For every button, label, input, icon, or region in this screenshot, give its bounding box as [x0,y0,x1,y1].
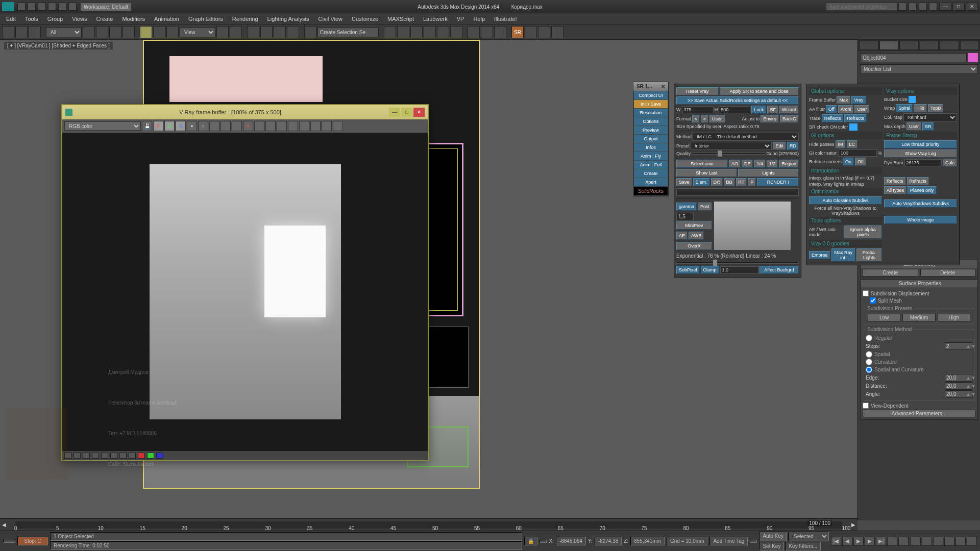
sr-affect-bg[interactable]: Affect Backgrd [760,266,799,274]
vfb-load-icon[interactable] [220,121,231,131]
vfb-track-icon[interactable] [265,121,276,131]
curve-editor-icon[interactable] [424,26,436,38]
sr-lc[interactable]: LC [847,140,858,148]
window-crossing-icon[interactable] [122,26,135,38]
rendered-frame-icon[interactable] [481,26,493,38]
sr-bucket-swatch[interactable] [909,96,916,103]
sr-options[interactable]: Options [634,117,668,126]
sr-interp-reflects[interactable]: Reflects [884,177,906,185]
vfb-history-icon[interactable] [322,121,332,131]
viewport-label[interactable]: [ + ] [VRayCam01 ] [Shaded + Edged Faces… [4,42,113,49]
manipulate-icon[interactable] [230,26,242,38]
named-selection-sets[interactable] [317,27,379,37]
sr-proba[interactable]: Proba. Lights [856,248,882,262]
sr-quality-slider[interactable] [692,153,765,155]
sr-spiral[interactable]: Spiral [896,104,913,112]
sr-awb[interactable]: AWB [689,232,704,240]
vfb-save-icon[interactable]: 💾 [142,121,152,131]
sr-sf[interactable]: SF [767,106,778,114]
sr-colmap-select[interactable]: Reinhard [903,113,957,121]
maximize-viewport-icon[interactable] [967,537,977,546]
render-setup-icon[interactable] [468,26,480,38]
menu-help[interactable]: Help [470,15,488,23]
sr-overx[interactable]: OverX [676,242,712,250]
utilities-tab-icon[interactable] [960,41,979,50]
menu-customize[interactable]: Customize [349,15,381,23]
vfb-alpha-icon[interactable]: ○ [198,121,208,131]
pan-icon[interactable] [911,537,921,546]
menu-laubwerk[interactable]: Laubwerk [420,15,451,23]
sr-trace-reflects[interactable]: Reflects [822,114,844,122]
menu-create[interactable]: Create [93,15,116,23]
bind-icon[interactable] [29,26,41,38]
view-dependent-checkbox[interactable] [863,403,869,409]
play-icon[interactable]: ▶ [853,537,864,546]
keyfilters-button[interactable]: Key Filters... [785,542,821,550]
sr-preset-edit[interactable]: Edit [773,142,786,150]
ref-coord-system[interactable]: View [180,27,215,37]
sr-format-prev[interactable]: < [692,115,700,123]
sr-save[interactable]: Save [676,178,692,186]
sr-elem[interactable]: Elem. [693,178,710,186]
sr-embree[interactable]: Embree [809,251,830,259]
sr-aa-off[interactable]: Off [826,105,837,113]
sr-ao[interactable]: AO [729,160,741,168]
menu-grapheditors[interactable]: Graph Editors [185,15,226,23]
sr-dr[interactable]: DR [711,178,723,186]
sr-output[interactable]: Output [634,135,668,143]
select-link-icon[interactable] [2,26,14,38]
sr-clamp[interactable]: Clamp [701,266,719,274]
menu-tools[interactable]: Tools [22,15,41,23]
menu-animation[interactable]: Animation [151,15,182,23]
layers-icon[interactable] [410,26,423,38]
new-icon[interactable] [17,3,26,11]
maxscript-listener-icon[interactable] [3,540,15,543]
sr-anim-fly[interactable]: Anim : Fly [634,152,668,160]
hierarchy-tab-icon[interactable] [899,41,919,50]
menu-lighting[interactable]: Lighting Analysis [264,15,312,23]
sr-render[interactable]: RENDER ! [757,178,799,186]
select-move-icon[interactable] [140,26,152,38]
sr-maxdepth-sr[interactable]: SR [922,122,934,131]
distance-input[interactable] [945,383,966,389]
sr-init-save[interactable]: Init / Save [634,100,668,108]
prev-frame-icon[interactable]: ◀ [842,537,852,546]
sr-12[interactable]: 1/2 [767,160,778,168]
sr-aa-archi[interactable]: Archi [838,105,854,113]
undo-icon[interactable] [48,3,56,11]
sr-ae[interactable]: AE [676,232,688,240]
preset-high[interactable]: High [938,314,970,321]
time-config-icon[interactable] [898,537,909,546]
sr-preset-rd[interactable]: RD [787,142,799,150]
menu-modifiers[interactable]: Modifiers [119,15,148,23]
percent-snap-icon[interactable] [274,26,286,38]
sr-fb-max[interactable]: Max [837,96,850,104]
sr-maxdepth-user[interactable]: User [906,122,921,131]
select-scale-icon[interactable] [166,26,179,38]
sr-create[interactable]: Create [634,169,668,178]
menu-illustrate[interactable]: Illustrate! [491,15,520,23]
sr-wizard[interactable]: Wizard [779,106,799,114]
vfb-blue-channel[interactable]: B [176,121,186,131]
help-icon[interactable] [929,3,937,11]
maximize-button[interactable]: □ [952,3,965,11]
sr-rt[interactable]: RT [736,178,747,186]
vfb-save2-icon[interactable] [209,121,219,131]
isolate-icon[interactable] [540,540,547,543]
favorites-icon[interactable] [919,3,927,11]
vfb-clone-icon[interactable] [254,121,264,131]
sr-format-next[interactable]: > [701,115,708,123]
sr-reset-vray[interactable]: Reset Vray [676,87,719,95]
menu-edit[interactable]: Edit [3,15,19,23]
vfb-clear-icon[interactable] [232,121,242,131]
sr-preset-select[interactable]: Interior [691,142,772,150]
unlink-icon[interactable] [15,26,28,38]
sr-gisat-input[interactable] [839,149,877,157]
vfb-minimize[interactable]: — [389,108,400,117]
sr-post[interactable]: Post [698,203,712,211]
x-coord[interactable]: -8845,064 [556,537,586,545]
split-mesh-checkbox[interactable] [870,297,876,304]
sr-enviro[interactable]: Enviro [761,115,779,123]
delete-button[interactable]: Delete [920,269,976,277]
sr-bb[interactable]: BB [724,178,735,186]
